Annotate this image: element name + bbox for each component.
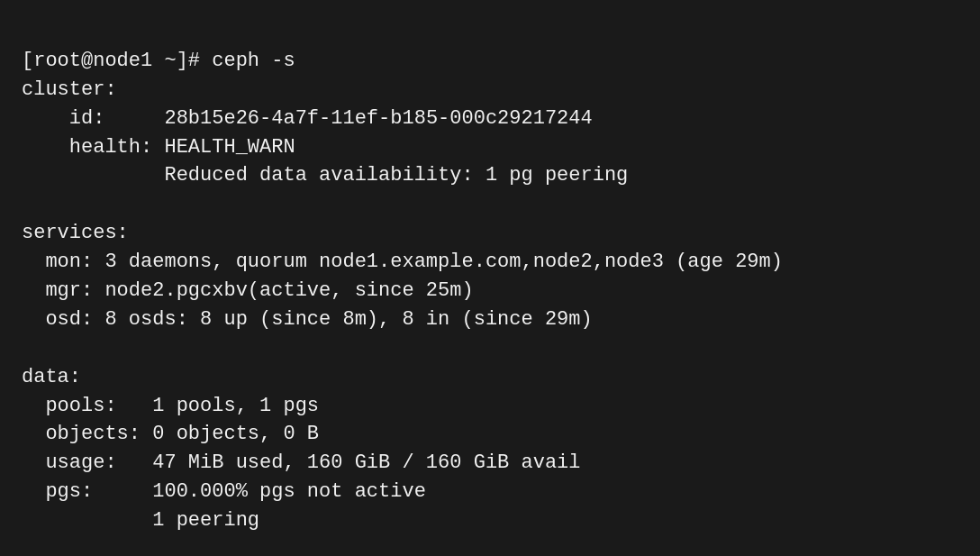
id-value: 28b15e26-4a7f-11ef-b185-000c29217244 <box>164 107 592 130</box>
mon-line: mon: 3 daemons, quorum node1.example.com… <box>22 251 783 273</box>
terminal-output: [root@node1 ~]# ceph -s cluster: id: 28b… <box>22 18 958 556</box>
command: ceph -s <box>212 50 295 72</box>
pgs-line: pgs: 100.000% pgs not active <box>22 480 426 503</box>
command-line: [root@node1 ~]# ceph -s <box>22 50 295 72</box>
services-label: services: <box>22 222 129 244</box>
objects-line: objects: 0 objects, 0 B <box>22 423 319 445</box>
id-label: id: <box>22 107 164 130</box>
id-line: id: 28b15e26-4a7f-11ef-b185-000c29217244 <box>22 107 593 130</box>
data-label: data: <box>22 366 81 388</box>
cluster-label: cluster: <box>22 78 117 101</box>
health-label: health: <box>22 136 164 159</box>
mgr-line: mgr: node2.pgcxbv(active, since 25m) <box>22 279 474 302</box>
pgs-detail: 1 peering <box>22 509 259 532</box>
health-value: HEALTH_WARN <box>164 136 295 159</box>
usage-line: usage: 47 MiB used, 160 GiB / 160 GiB av… <box>22 451 581 474</box>
pools-line: pools: 1 pools, 1 pgs <box>22 395 319 417</box>
health-detail: Reduced data availability: 1 pg peering <box>22 164 628 187</box>
osd-line: osd: 8 osds: 8 up (since 8m), 8 in (sinc… <box>22 308 593 331</box>
prompt: [root@node1 ~]# <box>22 50 212 72</box>
health-line: health: HEALTH_WARN <box>22 136 295 159</box>
